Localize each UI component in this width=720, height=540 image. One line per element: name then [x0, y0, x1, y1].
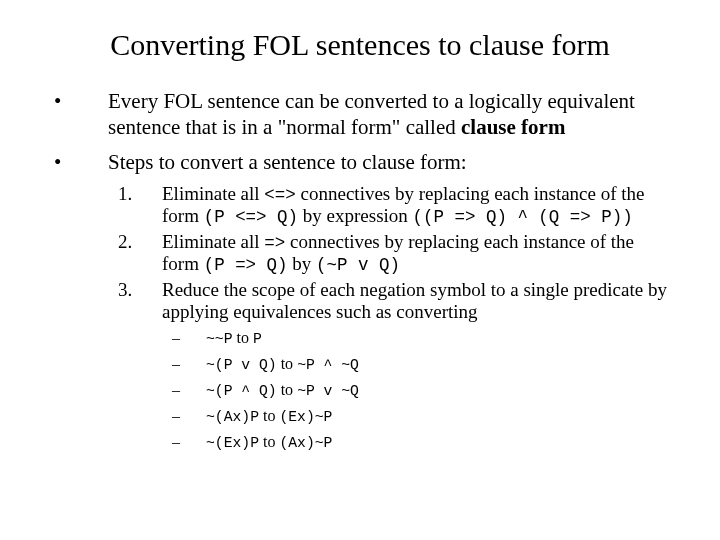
- code-run: ~(Ex)P: [206, 435, 259, 451]
- code-run: (Ex)~P: [279, 409, 332, 425]
- list-item: 1. Eliminate all <=> connectives by repl…: [118, 183, 672, 227]
- code-run: =>: [264, 233, 285, 253]
- list-item: – ~(Ex)P to (Ax)~P: [172, 433, 672, 451]
- code-run: (P => Q): [204, 255, 288, 275]
- bullet-mark: •: [48, 88, 108, 141]
- page-title: Converting FOL sentences to clause form: [48, 28, 672, 62]
- item-text: Eliminate all => connectives by replacin…: [162, 231, 672, 275]
- numbered-list: 1. Eliminate all <=> connectives by repl…: [48, 183, 672, 323]
- text-run: by: [288, 253, 317, 274]
- bullet-item: • Steps to convert a sentence to clause …: [48, 149, 672, 175]
- dash-mark: –: [172, 329, 206, 347]
- code-run: ~P v ~Q: [297, 383, 359, 399]
- slide: Converting FOL sentences to clause form …: [0, 0, 720, 451]
- code-run: ~(Ax)P: [206, 409, 259, 425]
- text-run: Steps to convert a sentence to clause fo…: [108, 150, 467, 174]
- code-run: ~P ^ ~Q: [297, 357, 359, 373]
- code-run: P: [253, 331, 262, 347]
- list-item: – ~(P ^ Q) to ~P v ~Q: [172, 381, 672, 399]
- code-run: ~~P: [206, 331, 233, 347]
- list-item: – ~~P to P: [172, 329, 672, 347]
- item-number: 1.: [118, 183, 162, 227]
- item-text: ~(Ex)P to (Ax)~P: [206, 433, 332, 451]
- text-run: to: [259, 407, 279, 424]
- code-run: (~P v Q): [316, 255, 400, 275]
- dash-mark: –: [172, 381, 206, 399]
- dash-mark: –: [172, 407, 206, 425]
- text-run: to: [277, 381, 297, 398]
- text-run: by expression: [298, 205, 413, 226]
- code-run: (P <=> Q): [204, 207, 298, 227]
- code-run: ~(P v Q): [206, 357, 277, 373]
- item-text: ~(Ax)P to (Ex)~P: [206, 407, 332, 425]
- item-number: 2.: [118, 231, 162, 275]
- text-run: to: [259, 433, 279, 450]
- text-run: Eliminate all: [162, 183, 264, 204]
- item-text: ~(P ^ Q) to ~P v ~Q: [206, 381, 359, 399]
- text-bold: clause form: [461, 115, 565, 139]
- item-text: ~~P to P: [206, 329, 262, 347]
- dash-list: – ~~P to P – ~(P v Q) to ~P ^ ~Q – ~(P ^…: [48, 329, 672, 451]
- list-item: – ~(Ax)P to (Ex)~P: [172, 407, 672, 425]
- text-run: to: [233, 329, 253, 346]
- bullet-text: Steps to convert a sentence to clause fo…: [108, 149, 672, 175]
- item-text: Eliminate all <=> connectives by replaci…: [162, 183, 672, 227]
- bullet-mark: •: [48, 149, 108, 175]
- dash-mark: –: [172, 355, 206, 373]
- list-item: 2. Eliminate all => connectives by repla…: [118, 231, 672, 275]
- code-run: <=>: [264, 185, 295, 205]
- dash-mark: –: [172, 433, 206, 451]
- text-run: to: [277, 355, 297, 372]
- item-number: 3.: [118, 279, 162, 323]
- bullet-item: • Every FOL sentence can be converted to…: [48, 88, 672, 141]
- code-run: (Ax)~P: [279, 435, 332, 451]
- text-run: Reduce the scope of each negation symbol…: [162, 279, 667, 322]
- code-run: ~(P ^ Q): [206, 383, 277, 399]
- bullet-text: Every FOL sentence can be converted to a…: [108, 88, 672, 141]
- list-item: – ~(P v Q) to ~P ^ ~Q: [172, 355, 672, 373]
- text-run: Eliminate all: [162, 231, 264, 252]
- item-text: ~(P v Q) to ~P ^ ~Q: [206, 355, 359, 373]
- bullet-list: • Every FOL sentence can be converted to…: [48, 88, 672, 175]
- item-text: Reduce the scope of each negation symbol…: [162, 279, 672, 323]
- list-item: 3. Reduce the scope of each negation sym…: [118, 279, 672, 323]
- code-run: ((P => Q) ^ (Q => P)): [413, 207, 633, 227]
